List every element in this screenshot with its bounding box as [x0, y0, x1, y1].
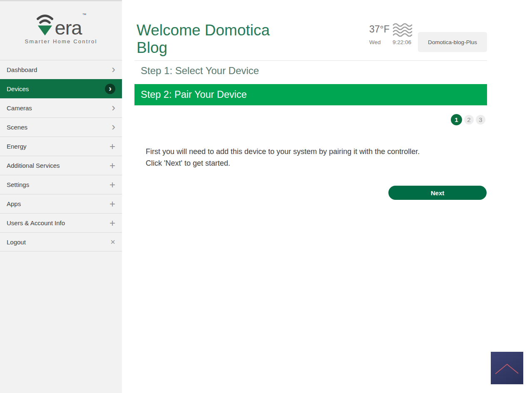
logo-row: era ™	[36, 12, 87, 36]
controller-name: Domotica-blog-Plus	[428, 39, 477, 45]
chevron-right-icon: ›	[112, 64, 115, 75]
instructions-line2: Click 'Next' to get started.	[146, 157, 420, 169]
substep-indicator: 1 2 3	[451, 114, 485, 125]
sidebar-item-settings[interactable]: Settings +	[0, 175, 122, 194]
pairing-instructions: First you will need to add this device t…	[146, 146, 420, 169]
instructions-line1: First you will need to add this device t…	[146, 146, 420, 157]
sidebar-item-label: Settings	[7, 181, 29, 188]
sidebar-item-users-account[interactable]: Users & Account Info +	[0, 213, 122, 232]
sidebar-item-devices[interactable]: Devices ›	[0, 79, 122, 98]
plus-icon: +	[109, 180, 115, 190]
weather-temperature: 37°F	[369, 24, 390, 35]
weekday-label: Wed	[369, 39, 381, 45]
logo-tagline: Smarter Home Control	[25, 38, 97, 45]
controller-selector[interactable]: Domotica-blog-Plus	[418, 32, 487, 52]
sidebar-item-label: Cameras	[7, 104, 32, 112]
scroll-to-top-button[interactable]	[491, 352, 523, 384]
plus-icon: +	[109, 161, 115, 171]
page-title: Welcome Domotica Blog	[137, 22, 295, 57]
chevron-right-icon: ›	[112, 121, 115, 132]
plus-icon: +	[109, 218, 115, 228]
sidebar-item-scenes[interactable]: Scenes ›	[0, 117, 122, 137]
sidebar-item-label: Additional Services	[7, 162, 60, 169]
plus-icon: +	[109, 199, 115, 209]
chevron-right-icon: ›	[109, 84, 112, 92]
sidebar-item-label: Dashboard	[7, 66, 37, 73]
sidebar-item-dashboard[interactable]: Dashboard ›	[0, 60, 122, 79]
vera-logo-mark-icon	[36, 12, 54, 36]
header-divider	[134, 60, 487, 61]
sidebar-item-label: Users & Account Info	[7, 219, 65, 226]
step1-header[interactable]: Step 1: Select Your Device	[141, 65, 259, 77]
trademark-symbol: ™	[82, 12, 86, 17]
sidebar-item-label: Devices	[7, 85, 29, 92]
sidebar-item-label: Energy	[7, 143, 27, 150]
step2-header[interactable]: Step 2: Pair Your Device	[134, 84, 487, 105]
next-button[interactable]: Next	[388, 186, 487, 200]
sidebar-item-label: Logout	[7, 239, 26, 246]
sidebar-item-apps[interactable]: Apps +	[0, 194, 122, 213]
chevron-up-icon	[491, 352, 523, 384]
sidebar-item-energy[interactable]: Energy +	[0, 137, 122, 156]
logo-wordmark: era	[55, 20, 82, 36]
substep-2: 2	[464, 115, 474, 124]
substep-1-active: 1	[451, 114, 462, 125]
fog-weather-icon	[393, 23, 413, 37]
sidebar-item-label: Apps	[7, 200, 21, 207]
close-icon: ×	[110, 238, 115, 246]
sidebar-item-additional-services[interactable]: Additional Services +	[0, 156, 122, 175]
plus-icon: +	[109, 142, 115, 152]
vera-logo[interactable]: era ™ Smarter Home Control	[0, 1, 122, 45]
sidebar: era ™ Smarter Home Control Dashboard › D…	[0, 0, 122, 393]
chevron-right-circle-icon: ›	[105, 84, 115, 94]
sidebar-item-cameras[interactable]: Cameras ›	[0, 98, 122, 117]
sidebar-item-logout[interactable]: Logout ×	[0, 232, 122, 251]
chevron-right-icon: ›	[112, 102, 115, 113]
clock-time: 9:22:06	[393, 39, 411, 45]
main-content: Welcome Domotica Blog 37°F Wed 9:22:06 D…	[122, 0, 532, 393]
sidebar-item-label: Scenes	[7, 124, 27, 131]
substep-3: 3	[476, 115, 485, 124]
step2-header-label: Step 2: Pair Your Device	[134, 89, 247, 100]
sidebar-menu: Dashboard › Devices › Cameras › Scenes ›…	[0, 60, 122, 251]
